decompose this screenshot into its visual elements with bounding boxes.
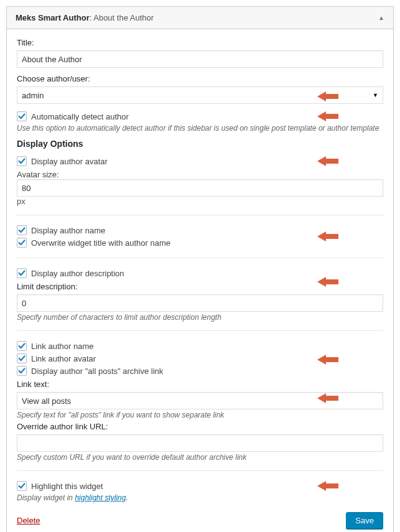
link-text-label: Link text:	[17, 380, 383, 389]
widget-header[interactable]: Meks Smart Author: About the Author ▲	[7, 7, 393, 29]
override-url-help: Specify custom URL if you want to overri…	[17, 453, 383, 462]
divider	[17, 330, 383, 331]
collapse-icon[interactable]: ▲	[378, 14, 384, 21]
widget-body: Title: Choose author/user: admin ▼ Autom…	[7, 29, 393, 532]
overwrite-title-checkbox[interactable]	[17, 238, 27, 248]
highlight-section: Highlight this widget Display widget in …	[17, 480, 383, 502]
avatar-size-input[interactable]	[17, 179, 383, 197]
highlight-styling-link[interactable]: highlight styling	[75, 493, 126, 502]
link-text-input[interactable]	[17, 392, 383, 409]
limit-description-input[interactable]	[17, 294, 383, 312]
avatar-size-unit: px	[17, 197, 26, 206]
auto-detect-label: Automatically detect author	[31, 112, 129, 121]
author-select[interactable]: admin ▼	[17, 86, 383, 104]
auto-detect-help: Use this option to automatically detect …	[17, 124, 383, 133]
display-options-heading: Display Options	[17, 139, 383, 149]
overwrite-title-label: Overwrite widget title with author name	[31, 238, 170, 248]
title-input[interactable]	[17, 50, 383, 68]
delete-link[interactable]: Delete	[17, 516, 40, 525]
author-label: Choose author/user:	[17, 74, 383, 83]
highlight-label: Highlight this widget	[31, 482, 103, 491]
display-name-label: Display author name	[31, 226, 105, 235]
auto-detect-checkbox[interactable]	[17, 111, 27, 121]
link-avatar-checkbox[interactable]	[17, 353, 27, 363]
display-name-checkbox[interactable]	[17, 225, 27, 235]
limit-description-label: Limit description:	[17, 282, 383, 291]
name-section: Display author name Overwrite widget tit…	[17, 224, 383, 249]
link-name-checkbox[interactable]	[17, 341, 27, 351]
limit-description-help: Specify number of characters to limit au…	[17, 313, 383, 322]
link-avatar-label: Link author avatar	[31, 354, 96, 363]
all-posts-label: Display author "all posts" archive link	[31, 366, 163, 376]
save-button[interactable]: Save	[346, 512, 383, 529]
link-name-label: Link author name	[31, 342, 93, 351]
widget-panel: Meks Smart Author: About the Author ▲ Ti…	[6, 6, 394, 532]
author-select-value: admin	[22, 91, 44, 100]
widget-footer: Delete Save	[17, 512, 383, 529]
display-avatar-label: Display author avatar	[31, 157, 108, 166]
divider	[17, 470, 383, 471]
display-description-label: Display author description	[31, 269, 124, 278]
highlight-checkbox[interactable]	[17, 481, 27, 491]
description-section: Display author description Limit descrip…	[17, 267, 383, 322]
override-url-input[interactable]	[17, 434, 383, 452]
display-avatar-checkbox[interactable]	[17, 156, 27, 166]
widget-title: Meks Smart Author: About the Author	[16, 13, 154, 22]
avatar-size-label: Avatar size:	[17, 170, 59, 179]
chevron-down-icon: ▼	[373, 92, 378, 98]
override-url-label: Override author link URL:	[17, 422, 383, 431]
auto-detect-row: Automatically detect author Use this opt…	[17, 110, 383, 133]
link-text-help: Specify text for "all posts" link if you…	[17, 411, 383, 419]
display-description-checkbox[interactable]	[17, 268, 27, 278]
avatar-section: Display author avatar Avatar size: px	[17, 155, 383, 206]
divider	[17, 215, 383, 215]
divider	[17, 258, 383, 258]
title-label: Title:	[17, 38, 383, 47]
links-section: Link author name Link author avatar Disp…	[17, 340, 383, 462]
all-posts-checkbox[interactable]	[17, 366, 27, 376]
highlight-help: Display widget in highlight styling.	[17, 493, 383, 502]
